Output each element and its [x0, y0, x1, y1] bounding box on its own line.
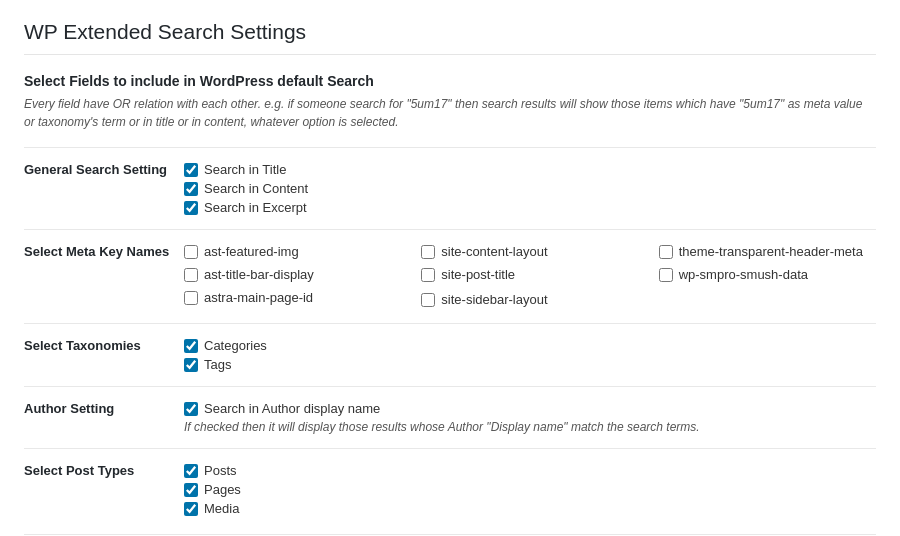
- meta-theme-transparent-header-meta-label: theme-transparent-header-meta: [679, 244, 863, 259]
- post-type-posts-label: Posts: [204, 463, 237, 478]
- meta-site-post-title-label: site-post-title: [441, 267, 515, 282]
- general-search-row: General Search Setting Search in Title S…: [24, 148, 876, 230]
- meta-theme-transparent-header-meta-checkbox[interactable]: [659, 245, 673, 259]
- author-setting-label: Author Setting: [24, 387, 184, 449]
- post-type-pages-label: Pages: [204, 482, 241, 497]
- search-title-row: Search in Title: [184, 162, 876, 177]
- select-taxonomies-row: Select Taxonomies Categories Tags: [24, 324, 876, 387]
- tax-tags-label: Tags: [204, 357, 231, 372]
- meta-astra-main-page-id-row: astra-main-page-id: [184, 290, 401, 305]
- meta-astra-main-page-id-checkbox[interactable]: [184, 291, 198, 305]
- search-title-checkbox[interactable]: [184, 163, 198, 177]
- meta-ast-featured-img-label: ast-featured-img: [204, 244, 299, 259]
- tax-tags-row: Tags: [184, 357, 876, 372]
- tax-categories-label: Categories: [204, 338, 267, 353]
- author-display-name-row: Search in Author display name: [184, 401, 876, 416]
- settings-table: General Search Setting Search in Title S…: [24, 147, 876, 530]
- meta-ast-title-bar-display-checkbox[interactable]: [184, 268, 198, 282]
- post-type-pages-row: Pages: [184, 482, 876, 497]
- select-fields-description: Every field have OR relation with each o…: [24, 95, 876, 131]
- select-taxonomies-options: Categories Tags: [184, 324, 876, 387]
- search-content-row: Search in Content: [184, 181, 876, 196]
- meta-keys-grid: ast-featured-img site-content-layout the…: [184, 244, 876, 309]
- meta-key-names-label: Select Meta Key Names: [24, 230, 184, 324]
- select-taxonomies-label: Select Taxonomies: [24, 324, 184, 387]
- meta-ast-featured-img-checkbox[interactable]: [184, 245, 198, 259]
- post-type-posts-row: Posts: [184, 463, 876, 478]
- post-type-media-label: Media: [204, 501, 239, 516]
- tax-categories-row: Categories: [184, 338, 876, 353]
- post-type-pages-checkbox[interactable]: [184, 483, 198, 497]
- author-setting-row: Author Setting Search in Author display …: [24, 387, 876, 449]
- meta-site-sidebar-layout-row: site-sidebar-layout: [421, 290, 638, 309]
- post-type-media-row: Media: [184, 501, 876, 516]
- author-display-name-label: Search in Author display name: [204, 401, 380, 416]
- search-excerpt-checkbox[interactable]: [184, 201, 198, 215]
- meta-site-post-title-row: site-post-title: [421, 267, 638, 282]
- meta-key-names-row: Select Meta Key Names ast-featured-img s…: [24, 230, 876, 324]
- select-post-types-options: Posts Pages Media: [184, 449, 876, 531]
- page-title: WP Extended Search Settings: [24, 20, 876, 55]
- meta-wp-smpro-smush-data-row: wp-smpro-smush-data: [659, 267, 876, 282]
- search-title-label: Search in Title: [204, 162, 286, 177]
- author-setting-helper: If checked then it will display those re…: [184, 420, 876, 434]
- meta-site-content-layout-checkbox[interactable]: [421, 245, 435, 259]
- meta-site-sidebar-layout-checkbox[interactable]: [421, 293, 435, 307]
- select-fields-heading: Select Fields to include in WordPress de…: [24, 73, 876, 89]
- meta-site-sidebar-layout-label: site-sidebar-layout: [441, 292, 547, 307]
- meta-wp-smpro-smush-data-checkbox[interactable]: [659, 268, 673, 282]
- meta-ast-title-bar-display-label: ast-title-bar-display: [204, 267, 314, 282]
- select-post-types-label: Select Post Types: [24, 449, 184, 531]
- author-setting-options: Search in Author display name If checked…: [184, 387, 876, 449]
- meta-site-content-layout-label: site-content-layout: [441, 244, 547, 259]
- search-excerpt-label: Search in Excerpt: [204, 200, 307, 215]
- search-content-label: Search in Content: [204, 181, 308, 196]
- tax-tags-checkbox[interactable]: [184, 358, 198, 372]
- post-type-media-checkbox[interactable]: [184, 502, 198, 516]
- meta-astra-main-page-id-label: astra-main-page-id: [204, 290, 313, 305]
- author-display-name-checkbox[interactable]: [184, 402, 198, 416]
- meta-ast-title-bar-display-row: ast-title-bar-display: [184, 267, 401, 282]
- general-search-options: Search in Title Search in Content Search…: [184, 148, 876, 230]
- tax-categories-checkbox[interactable]: [184, 339, 198, 353]
- search-content-checkbox[interactable]: [184, 182, 198, 196]
- meta-key-names-options: ast-featured-img site-content-layout the…: [184, 230, 876, 324]
- meta-ast-featured-img-row: ast-featured-img: [184, 244, 401, 259]
- meta-wp-smpro-smush-data-label: wp-smpro-smush-data: [679, 267, 808, 282]
- meta-site-content-layout-row: site-content-layout: [421, 244, 638, 259]
- meta-theme-transparent-header-meta-row: theme-transparent-header-meta: [659, 244, 876, 259]
- select-post-types-row: Select Post Types Posts Pages Media: [24, 449, 876, 531]
- search-excerpt-row: Search in Excerpt: [184, 200, 876, 215]
- meta-site-post-title-checkbox[interactable]: [421, 268, 435, 282]
- general-search-label: General Search Setting: [24, 148, 184, 230]
- post-type-posts-checkbox[interactable]: [184, 464, 198, 478]
